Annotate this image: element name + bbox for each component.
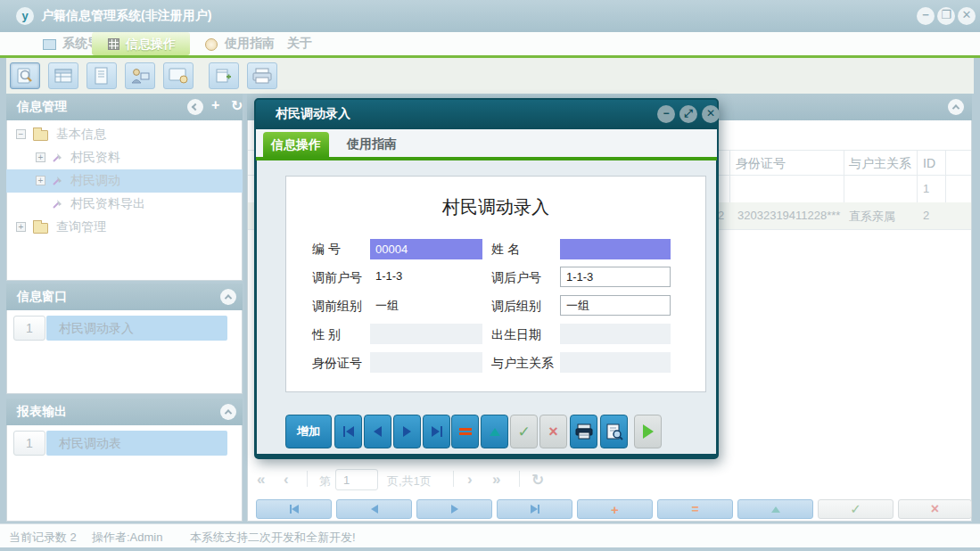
delete-record-button[interactable]: = — [657, 499, 733, 519]
export-button[interactable] — [209, 62, 239, 89]
play-icon — [643, 424, 654, 439]
list-item-transfer-report[interactable]: 村民调动表 — [46, 431, 227, 456]
refresh-icon[interactable]: ↻ — [531, 471, 544, 489]
last-record-icon — [432, 426, 440, 437]
tool-icon — [51, 198, 63, 210]
first-page-button[interactable]: « — [257, 471, 265, 489]
info-mgmt-header: 信息管理 + ↻ — [6, 94, 243, 120]
dialog-title-bar[interactable]: 村民调动录入 − ⤢ ✕ — [256, 100, 717, 129]
tree-item-villager-data[interactable]: + 村民资料 — [6, 146, 243, 169]
collapse-up-icon[interactable] — [220, 404, 236, 420]
gender-field — [370, 324, 482, 344]
print-button[interactable] — [570, 415, 597, 448]
form-title: 村民调动录入 — [285, 195, 706, 219]
edit-icon — [490, 428, 500, 436]
refresh-tree-icon[interactable]: ↻ — [231, 97, 243, 114]
user-admin-button[interactable] — [125, 62, 155, 89]
preview-button[interactable] — [600, 415, 628, 448]
edit-record-button[interactable] — [481, 415, 508, 448]
tree-item-basic-info[interactable]: − 基本信息 — [6, 123, 243, 146]
expander-icon[interactable]: + — [16, 222, 26, 232]
x-icon: × — [931, 501, 939, 517]
col-header-relation[interactable]: 与户主关系 — [849, 156, 911, 172]
folder-icon — [33, 223, 48, 234]
collapse-up-icon[interactable] — [220, 289, 236, 305]
confirm-button[interactable]: ✓ — [818, 499, 894, 519]
list-item-transfer-entry[interactable]: 村民调动录入 — [46, 316, 227, 341]
delete-icon — [459, 428, 472, 435]
col-header-id[interactable]: ID — [923, 156, 935, 170]
add-button[interactable]: 增加 — [285, 415, 332, 448]
nav-first-button[interactable] — [256, 499, 332, 519]
close-button[interactable]: ✕ — [958, 7, 976, 25]
prev-household-value: 1-1-3 — [375, 269, 402, 283]
col-header-idcard[interactable]: 身份证号 — [736, 156, 786, 172]
collapse-left-icon[interactable] — [187, 99, 203, 115]
table-view-button[interactable] — [48, 62, 78, 89]
nav-prev-button[interactable] — [336, 499, 412, 519]
prev-page-button[interactable]: ‹ — [284, 471, 289, 489]
nav-next-button[interactable] — [416, 499, 492, 519]
cancel-button[interactable]: × — [898, 499, 972, 519]
search-button[interactable] — [10, 62, 40, 89]
new-household-input[interactable] — [560, 267, 671, 287]
nav-last-button[interactable] — [497, 499, 572, 519]
preview-window-button[interactable] — [163, 62, 194, 89]
app-title: 户籍信息管理系统(非注册用户) — [41, 8, 211, 24]
field-label-new-household: 调后户号 — [491, 270, 541, 286]
next-record-icon — [403, 426, 411, 437]
expander-icon[interactable]: − — [16, 129, 26, 139]
dialog-close-button[interactable]: ✕ — [702, 105, 720, 123]
run-button[interactable] — [634, 415, 662, 448]
toolbar — [6, 58, 974, 94]
new-group-input[interactable] — [560, 295, 671, 316]
idcard-field — [370, 352, 482, 373]
add-node-icon[interactable]: + — [211, 97, 219, 113]
last-record-icon — [531, 505, 538, 514]
cancel-button[interactable]: × — [539, 415, 567, 448]
info-window-header: 信息窗口 — [6, 284, 243, 310]
prev-record-button[interactable] — [364, 415, 391, 448]
last-page-button[interactable]: » — [492, 471, 500, 489]
number-input[interactable] — [370, 239, 482, 259]
field-label-name: 姓 名 — [491, 242, 520, 258]
field-label-prev-group: 调前组别 — [312, 299, 362, 315]
minimize-button[interactable]: − — [917, 7, 935, 25]
next-record-icon — [451, 505, 458, 514]
first-record-button[interactable] — [334, 415, 362, 448]
field-label-number: 编 号 — [312, 242, 341, 258]
field-label-gender: 性 别 — [312, 327, 341, 343]
delete-record-button[interactable] — [451, 415, 479, 448]
menu-info-operation[interactable]: 信息操作 — [92, 32, 190, 55]
add-record-button[interactable]: + — [577, 499, 653, 519]
next-page-button[interactable]: › — [467, 471, 473, 489]
name-input[interactable] — [560, 239, 671, 259]
info-window-title: 信息窗口 — [17, 289, 67, 305]
expander-icon[interactable]: + — [36, 176, 45, 185]
document-button[interactable] — [86, 62, 117, 89]
edit-record-button[interactable] — [737, 499, 813, 519]
tab-info-operation[interactable]: 信息操作 — [263, 132, 329, 157]
print-button[interactable] — [247, 62, 277, 89]
restore-button[interactable]: ❐ — [937, 7, 955, 25]
tree-item-villager-export[interactable]: 村民资料导出 — [6, 193, 243, 216]
tree-item-query-mgmt[interactable]: + 查询管理 — [6, 216, 243, 239]
collapse-up-icon[interactable] — [948, 99, 964, 115]
plus-icon: + — [611, 503, 619, 516]
menu-about[interactable]: 关于 — [287, 36, 312, 52]
item-number: 1 — [13, 431, 45, 456]
dialog-minimize-button[interactable]: − — [657, 105, 675, 123]
dialog-tab-bar: 信息操作 使用指南 — [256, 129, 717, 157]
page-number-input[interactable] — [335, 469, 378, 490]
last-record-button[interactable] — [423, 415, 450, 448]
next-record-button[interactable] — [393, 415, 421, 448]
tree-item-villager-transfer[interactable]: + 村民调动 — [6, 169, 243, 193]
check-icon: ✓ — [850, 501, 861, 517]
confirm-button[interactable]: ✓ — [510, 415, 538, 448]
tab-user-guide[interactable]: 使用指南 — [347, 136, 397, 152]
menu-user-guide[interactable]: 使用指南 — [225, 36, 275, 52]
dialog-resize-button[interactable]: ⤢ — [679, 105, 697, 123]
user-computer-icon — [130, 67, 150, 85]
expander-icon[interactable]: + — [36, 152, 45, 162]
info-mgmt-title: 信息管理 — [17, 99, 67, 115]
